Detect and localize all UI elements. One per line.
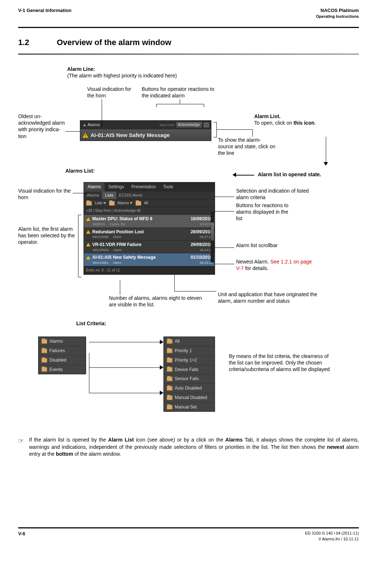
list-item[interactable]: Priority 1 [164, 346, 215, 356]
list-item[interactable]: Disabled [38, 356, 86, 365]
folder-icon [41, 349, 47, 353]
folder-icon [167, 405, 173, 410]
label-visual-horn-1: Visual indication for the horn [87, 86, 138, 99]
criteria-panel-1: Alarms Failures Disabled Events [38, 337, 86, 374]
list-item[interactable]: Device Fails [164, 365, 215, 375]
heading-alarms-list: Alarms List: [65, 168, 95, 174]
tab-tools[interactable]: Tools [159, 182, 177, 192]
warning-triangle-icon [86, 243, 90, 246]
label-visual-horn-2: Visual indication for the horn [18, 188, 73, 201]
header-chapter: V-1 General Information [18, 7, 72, 20]
list-item[interactable]: Sensor Fails [164, 374, 215, 384]
divider-gradient [18, 53, 359, 55]
label-newest-alarm: Newest Alarm. [236, 259, 270, 265]
panel-footer: Entry no. 8 - 11 of 11 [84, 266, 215, 274]
folder-icon [41, 358, 47, 363]
label-unit-app: Unit and application that have origi­nat… [218, 291, 331, 304]
filter-all[interactable]: All [144, 201, 148, 206]
filter-lists[interactable]: Lists [95, 201, 106, 206]
list-item[interactable]: Alarms [38, 337, 86, 346]
folder-icon [109, 201, 115, 206]
label-newest-alarm-2: for details. [244, 265, 268, 271]
alarm-bar-header: Alarms [88, 122, 100, 128]
folder-icon [135, 201, 141, 206]
label-to-show: To show the alarm-source and state, clic… [218, 137, 276, 157]
divider [18, 27, 359, 28]
criteria-panel-2: All Priority 1 Priority 1+2 Device Fails… [163, 337, 215, 412]
label-alarm-list-bold: this icon [293, 120, 315, 126]
tab-presentation[interactable]: Presentation [128, 182, 159, 192]
list-item[interactable]: Failures [38, 346, 86, 356]
section-number: 1.2 [18, 37, 54, 48]
folder-icon [86, 201, 92, 206]
subtab-lists[interactable]: Lists [102, 192, 116, 199]
folder-icon [167, 376, 173, 381]
alarms-panel-screenshot: Alarms Settings Presentation Tools Alarm… [84, 182, 215, 275]
heading-list-criteria: List Criteria: [76, 320, 106, 327]
label-alarm-line-title: Alarm Line: [67, 66, 95, 72]
label-number-alarms: Number of alarms, alarms eight to eleven… [109, 295, 207, 308]
label-scrollbar: Alarm list scrollbar [236, 242, 294, 249]
tab-alarms[interactable]: Alarms [84, 182, 105, 192]
alarm-bar-stop-horn[interactable]: Stop Horn [159, 123, 174, 128]
list-item[interactable]: Manual Disabled [164, 393, 215, 403]
section-heading: 1.2 Overview of the alarm window [18, 37, 359, 48]
pointer-icon: ☞ [18, 436, 24, 458]
tab-settings[interactable]: Settings [105, 182, 127, 192]
table-row[interactable]: AI-01:AIS New Safety Message01/10/2010 M… [84, 253, 215, 266]
label-buttons-react-list: Buttons for reactions to alarms displaye… [236, 202, 294, 222]
list-item[interactable]: Priority 1+2 [164, 356, 215, 365]
label-criteria-desc: By means of the list criteria, the clear… [229, 353, 331, 373]
list-item[interactable]: Events [38, 365, 86, 374]
folder-icon [167, 367, 173, 372]
page-number: V-6 [18, 531, 25, 542]
warning-triangle-icon [86, 217, 90, 221]
label-buttons-react: Buttons for operator reac­tions to the i… [142, 86, 222, 99]
table-row[interactable]: Redundant Position Lost28/09/2010 M01S30… [84, 228, 215, 241]
label-alarm-list-desc: To open, click on [254, 120, 293, 126]
subtab-alarms[interactable]: Alarms [84, 192, 102, 199]
diagram-area: Alarm Line: (The alarm with highest prio… [18, 66, 359, 520]
folder-icon [167, 349, 173, 353]
folder-icon [167, 395, 173, 400]
folder-icon [41, 367, 47, 372]
folder-icon [41, 339, 47, 344]
warning-triangle-icon: ! [82, 133, 88, 138]
subtab-ecdis[interactable]: ECDIS Alerts [116, 192, 145, 199]
header-product: NACOS Platinum [316, 7, 359, 14]
folder-icon [167, 386, 173, 391]
alarm-bar-ack-button[interactable]: Acknowledge [176, 122, 202, 128]
warning-triangle-icon [86, 230, 90, 234]
label-first-selected: Alarm list, the first alarm has been sel… [18, 226, 76, 246]
list-item[interactable]: All [164, 337, 215, 346]
folder-icon [167, 358, 173, 363]
list-item[interactable]: Manual Set [164, 403, 215, 412]
file-info: V Alarms.fm / 10.11.11 [305, 536, 359, 542]
filter-alarms[interactable]: Alarms [118, 201, 133, 206]
alarm-list-open-icon[interactable] [204, 123, 209, 127]
dropdown-icon [83, 124, 86, 126]
label-selection-indication: Selection and indication of listed alarm… [236, 188, 316, 201]
label-oldest-unack: Oldest un-acknowledged alarm with priori… [18, 113, 65, 140]
alarm-bar-screenshot: Alarms Stop Horn Acknowledge ! AI-01:AIS… [80, 120, 211, 141]
section-title: Overview of the alarm window [57, 38, 171, 47]
scrollbar[interactable] [211, 212, 214, 262]
alarm-bar-message[interactable]: AI-01:AIS New Safety Message [90, 131, 170, 139]
table-row[interactable]: Master DPU: Status of MFD 816/09/2010 M0… [84, 215, 215, 227]
warning-triangle-icon [86, 256, 90, 259]
header-subtitle: Operating Instructions [316, 14, 359, 19]
table-row[interactable]: VR-01:VDR FRM Failure29/09/2010 M01VR002… [84, 241, 215, 253]
doc-id: ED 3100 G 140 / 04 (2011-11) [305, 531, 359, 536]
label-alarm-line-desc: (The alarm with highest priority is indi… [67, 73, 177, 78]
note-text: If the alarm list is opened by the Alarm… [29, 436, 359, 458]
folder-icon [167, 339, 173, 344]
label-alarm-list-opened: Alarm list in opened state. [258, 171, 338, 178]
label-alarm-list-title: Alarm List. [254, 113, 280, 119]
list-item[interactable]: Auto Disabled [164, 384, 215, 393]
panel-actions[interactable]: «38 | Stop Horn | Acknowledge All [84, 207, 215, 215]
